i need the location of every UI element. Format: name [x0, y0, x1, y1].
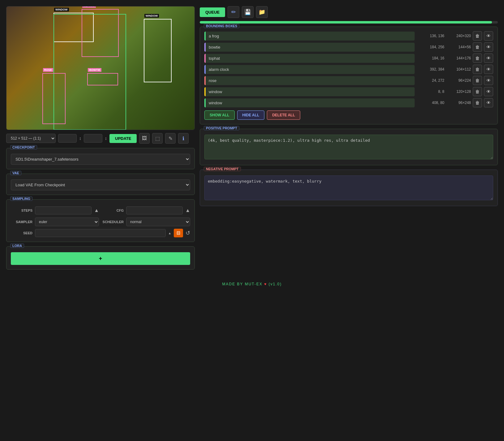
- bbox-eye-button-5[interactable]: 👁: [484, 87, 493, 96]
- info-icon-btn[interactable]: ℹ: [178, 133, 189, 144]
- hide-all-button[interactable]: HIDE ALL: [237, 110, 265, 120]
- bbox-eye-button-6[interactable]: 👁: [484, 98, 493, 107]
- bbox-name-input-4[interactable]: [204, 76, 415, 85]
- right-panel: QUEUE ✏ 💾 📁 BOUNDING BOXES 136, 136 240×…: [200, 6, 498, 270]
- bbox-coords-0: 136, 136: [416, 34, 444, 38]
- bbox-name-input-3[interactable]: [204, 65, 415, 74]
- bbox-dims-5: 120×128: [446, 89, 471, 94]
- sampling-section: SAMPLING STEPS 25 ▲ CFG 8 ▲ SAMPLER eule…: [6, 199, 195, 242]
- image-icon-btn[interactable]: 🖼: [139, 133, 150, 144]
- progress-bar: [200, 21, 498, 24]
- checkpoint-label: CHECKPOINT: [10, 145, 37, 149]
- bbox-delete-button-0[interactable]: 🗑: [473, 31, 482, 41]
- canvas-image: WINDOW TOPHAT WINDOW BOWTIE A FROG ROSE: [6, 6, 194, 130]
- seed-input[interactable]: 14521936913846772229: [35, 229, 166, 237]
- steps-input[interactable]: 25: [35, 206, 92, 214]
- overlay-rose: ROSE: [42, 73, 66, 124]
- width-input[interactable]: 512: [58, 134, 77, 143]
- bbox-name-input-5[interactable]: [204, 87, 415, 96]
- refresh-seed-button[interactable]: ↺: [186, 230, 190, 236]
- seed-label: SEED: [11, 231, 32, 235]
- steps-arrow: ▲: [94, 208, 99, 213]
- bbox-name-input-0[interactable]: [204, 32, 415, 41]
- bbox-row: 408, 80 96×248 🗑 👁: [204, 98, 493, 107]
- bbox-name-input-6[interactable]: [204, 98, 415, 107]
- bounding-boxes-label: BOUNDING BOXES: [204, 24, 239, 28]
- height-input[interactable]: 512: [84, 134, 102, 143]
- bbox-eye-button-4[interactable]: 👁: [484, 76, 493, 85]
- update-button[interactable]: UPDATE: [109, 134, 137, 143]
- negative-prompt-label: NEGATIVE PROMPT: [204, 167, 241, 171]
- vae-section: VAE Load VAE From Checkpoint: [6, 174, 195, 195]
- bbox-eye-button-3[interactable]: 👁: [484, 65, 493, 74]
- cfg-input[interactable]: 8: [126, 206, 183, 214]
- sampler-label: SAMPLER: [11, 220, 32, 224]
- bbox-row: 8, 8 120×128 🗑 👁: [204, 87, 493, 96]
- overlay-label-window-1: WINDOW: [54, 8, 69, 11]
- bbox-actions: SHOW ALL HIDE ALL DELETE ALL: [204, 110, 493, 120]
- dimension-select[interactable]: 512 × 512 — (1:1): [6, 134, 56, 143]
- bbox-row: 392, 384 104×112 🗑 👁: [204, 65, 493, 74]
- eraser-tool-button[interactable]: ✏: [228, 6, 239, 18]
- checkpoint-select[interactable]: SD1.5\Dreamshaper_7.safetensors: [11, 154, 190, 165]
- bbox-delete-button-1[interactable]: 🗑: [473, 42, 482, 52]
- bbox-rows-container: 136, 136 240×320 🗑 👁 184, 256 144×56 🗑 👁…: [204, 31, 493, 107]
- positive-prompt-textarea[interactable]: (4k, best quality, masterpiece:1.2), ult…: [204, 135, 493, 159]
- bbox-row: 24, 272 96×224 🗑 👁: [204, 76, 493, 85]
- bbox-delete-button-2[interactable]: 🗑: [473, 54, 482, 63]
- vae-label: VAE: [10, 171, 21, 175]
- dice-button[interactable]: ⚄: [174, 229, 183, 237]
- image-controls: 512 × 512 — (1:1) 512 ↕ 512 ↕ UPDATE 🖼 ⬚…: [6, 133, 195, 144]
- footer: MADE BY MUT-EX ♥ (v1.0): [0, 276, 504, 292]
- bbox-coords-6: 408, 80: [416, 101, 444, 105]
- bbox-row: 136, 136 240×320 🗑 👁: [204, 31, 493, 41]
- bbox-name-input-1[interactable]: [204, 43, 415, 52]
- negative-prompt-textarea[interactable]: embedding:easynegative, watermark, text,…: [204, 175, 493, 200]
- save-tool-button[interactable]: 💾: [242, 6, 254, 18]
- folder-tool-button[interactable]: 📁: [256, 6, 268, 18]
- cfg-arrow: ▲: [185, 208, 190, 213]
- bbox-dims-6: 96×248: [446, 101, 471, 105]
- delete-all-button[interactable]: DELETE ALL: [267, 110, 300, 120]
- overlay-label-tophat: TOPHAT: [82, 6, 96, 8]
- edit-icon-btn[interactable]: ✎: [165, 133, 176, 144]
- bbox-row: 184, 16 144×176 🗑 👁: [204, 54, 493, 63]
- sampler-row: SAMPLER euler: [11, 218, 99, 226]
- left-panel: WINDOW TOPHAT WINDOW BOWTIE A FROG ROSE: [6, 6, 195, 270]
- overlay-label-rose: ROSE: [43, 68, 53, 72]
- sampling-grid: STEPS 25 ▲ CFG 8 ▲ SAMPLER euler SCHEDUL…: [11, 206, 190, 226]
- sampling-label: SAMPLING: [10, 197, 32, 201]
- steps-row: STEPS 25 ▲: [11, 206, 99, 214]
- bbox-delete-button-4[interactable]: 🗑: [473, 76, 482, 85]
- bbox-name-input-2[interactable]: [204, 54, 415, 63]
- queue-button[interactable]: QUEUE: [200, 7, 225, 17]
- scheduler-select[interactable]: normal: [126, 218, 190, 226]
- bbox-delete-button-6[interactable]: 🗑: [473, 98, 482, 107]
- negative-prompt-section: NEGATIVE PROMPT embedding:easynegative, …: [200, 170, 498, 206]
- bbox-eye-button-0[interactable]: 👁: [484, 31, 493, 41]
- sampler-select[interactable]: euler: [35, 218, 99, 226]
- lora-label: LORA: [10, 244, 24, 248]
- bbox-dims-2: 144×176: [446, 56, 471, 60]
- bbox-delete-button-3[interactable]: 🗑: [473, 65, 482, 74]
- bbox-coords-5: 8, 8: [416, 89, 444, 94]
- bbox-dims-3: 104×112: [446, 67, 471, 71]
- crop-icon-btn[interactable]: ⬚: [152, 133, 163, 144]
- steps-label: STEPS: [11, 209, 32, 212]
- show-all-button[interactable]: SHOW ALL: [204, 110, 235, 120]
- vae-select[interactable]: Load VAE From Checkpoint: [11, 179, 190, 190]
- progress-fill: [200, 21, 492, 24]
- bbox-coords-3: 392, 384: [416, 67, 444, 71]
- dim-icon: ↕: [79, 136, 81, 141]
- add-lora-button[interactable]: +: [11, 252, 190, 265]
- image-canvas: WINDOW TOPHAT WINDOW BOWTIE A FROG ROSE: [6, 6, 195, 130]
- positive-prompt-section: POSITIVE PROMPT (4k, best quality, maste…: [200, 129, 498, 165]
- bbox-eye-button-1[interactable]: 👁: [484, 42, 493, 52]
- footer-text: MADE BY MUT-EX: [222, 282, 263, 286]
- positive-prompt-label: POSITIVE PROMPT: [204, 126, 239, 130]
- overlay-window-2: WINDOW: [144, 19, 172, 82]
- footer-version: (v1.0): [269, 282, 282, 286]
- footer-heart: ♥: [264, 282, 268, 286]
- bbox-delete-button-5[interactable]: 🗑: [473, 87, 482, 96]
- bbox-eye-button-2[interactable]: 👁: [484, 54, 493, 63]
